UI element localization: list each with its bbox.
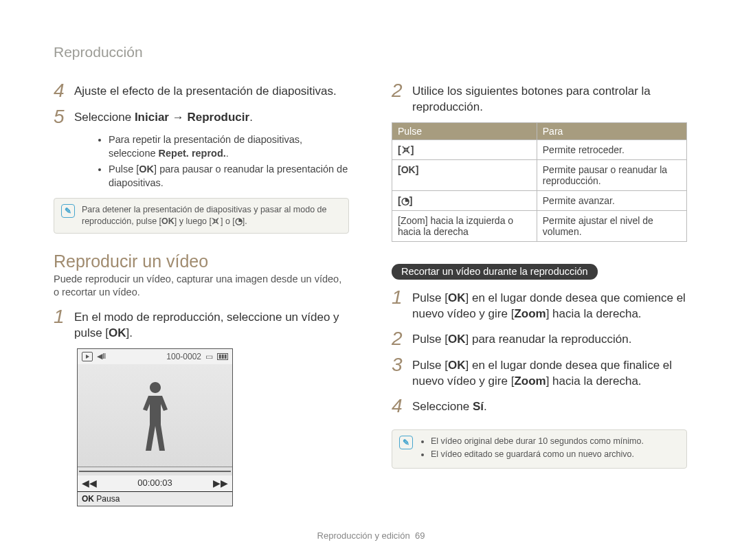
bullet: Para repetir la presentación de diaposit… (109, 133, 349, 160)
zoom-label: Zoom (514, 374, 546, 388)
menu-item-iniciar: Iniciar (135, 111, 169, 124)
cell-timer: [◔] (392, 190, 537, 210)
text: Pulse [ (412, 291, 448, 304)
table-row: [⯏] Permite retroceder. (392, 139, 687, 159)
cell-flash: [⯏] (392, 139, 537, 159)
camera-controls: ◀◀ 00:00:03 ▶▶ (78, 475, 232, 491)
text: ]. (243, 216, 247, 226)
ok-button-label: OK (109, 326, 126, 339)
step-number: 2 (392, 81, 404, 115)
ok-button-label: OK (139, 164, 154, 175)
person-silhouette-icon (135, 382, 176, 458)
text: ]. (126, 326, 133, 339)
file-counter: 100-0002 (166, 352, 201, 361)
text: ] y luego [ (175, 216, 212, 226)
menu-item-repet-reprod: Repet. reprod. (159, 148, 226, 159)
footer-text: Reproducción y edición (317, 530, 410, 541)
subsection-pill: Recortar un vídeo durante la reproducció… (392, 264, 598, 280)
text: Pulse [ (412, 359, 448, 372)
progress-bar (78, 467, 232, 475)
trim-step-4: 4 Seleccione Sí. (392, 396, 687, 416)
note-icon: ✎ (399, 436, 413, 449)
bullet: Pulse [OK] para pausar o reanudar la pre… (109, 163, 349, 190)
ok-button-label: OK (448, 333, 466, 346)
camera-screen-illustration: ◀Ⅱ 100-0002 ▭ ▮▮▮ ◀◀ 00:00:03 ▶▶ OK Paus… (77, 348, 233, 506)
step-number: 1 (54, 307, 66, 341)
right-column: 2 Utilice los siguientes botones para co… (392, 81, 687, 469)
cell-zoom: [Zoom] hacia la izquierda o hacia la der… (392, 210, 537, 241)
video-step-1: 1 En el modo de reproducción, seleccione… (54, 307, 349, 341)
text: . (249, 111, 253, 124)
text: Seleccione (412, 400, 473, 413)
text: ] o [ (221, 216, 235, 226)
trim-step-3: 3 Pulse [OK] en el lugar donde desea que… (392, 355, 687, 390)
note-text: El vídeo original debe durar 10 segundos… (420, 436, 644, 462)
play-mode-icon (82, 352, 93, 361)
table-header-row: Pulse Para (392, 122, 687, 139)
text: Pulse [ (109, 164, 139, 175)
pause-label: Pausa (96, 494, 120, 504)
note-icon: ✎ (61, 204, 75, 218)
col-para: Para (537, 122, 686, 139)
info-note: ✎ Para detener la presentación de diapos… (54, 198, 349, 234)
text: ] hacia la derecha. (546, 307, 642, 320)
step-text: Seleccione Iniciar → Reproducir. (74, 107, 253, 126)
table-row: [◔] Permite avanzar. (392, 190, 687, 210)
text: Seleccione (74, 111, 135, 124)
note-bullet: El vídeo editado se guardará como un nue… (431, 449, 644, 461)
left-column: 4 Ajuste el efecto de la presentación de… (54, 81, 349, 506)
col-pulse: Pulse (392, 122, 537, 139)
option-si: Sí (473, 400, 484, 413)
ok-button-label: OK (161, 216, 175, 226)
step-4: 4 Ajuste el efecto de la presentación de… (54, 81, 349, 100)
text: ] hacia la derecha. (546, 374, 642, 388)
note-text: Para detener la presentación de diaposit… (82, 204, 341, 227)
step-5: 5 Seleccione Iniciar → Reproducir. (54, 107, 349, 126)
camera-footer: OK Pausa (78, 491, 232, 506)
arrow: → (169, 111, 187, 124)
text: ] para reanudar la reproducción. (465, 333, 631, 346)
ok-button-label: OK (448, 359, 466, 372)
cell-desc: Permite retroceder. (537, 139, 686, 159)
zoom-label: Zoom (514, 307, 546, 320)
step-number: 1 (392, 288, 404, 322)
section-subtext: Puede reproducir un vídeo, capturar una … (54, 273, 349, 299)
step-2-right: 2 Utilice los siguientes botones para co… (392, 81, 687, 115)
table-row: [Zoom] hacia la izquierda o hacia la der… (392, 210, 687, 241)
step-text: Seleccione Sí. (412, 396, 487, 416)
step-text: Pulse [OK] en el lugar donde desea que c… (412, 288, 687, 322)
battery-icon: ▮▮▮ (217, 353, 228, 360)
step-text: Ajuste el efecto de la presentación de d… (74, 81, 337, 100)
table-row: [OK] Permite pausar o reanudar la reprod… (392, 159, 687, 190)
flash-icon: ⯏ (212, 216, 221, 226)
page-number: 69 (415, 530, 425, 541)
elapsed-time: 00:00:03 (137, 478, 172, 488)
text: . (226, 148, 229, 159)
step-number: 2 (392, 329, 404, 348)
step-text: Pulse [OK] para reanudar la reproducción… (412, 329, 631, 348)
step-text: En el modo de reproducción, seleccione u… (74, 307, 349, 341)
cell-desc: Permite ajustar el nivel de volumen. (537, 210, 686, 241)
text: . (484, 400, 487, 413)
ok-button-label: OK (448, 291, 466, 304)
info-note: ✎ El vídeo original debe durar 10 segund… (392, 429, 687, 469)
ok-label: OK (82, 494, 94, 504)
step-number: 4 (392, 396, 404, 416)
text: Pulse [ (412, 333, 448, 346)
rewind-icon: ◀◀ (82, 478, 97, 489)
cell-ok: [OK] (392, 159, 537, 190)
step-5-bullets: Para repetir la presentación de diaposit… (81, 133, 349, 190)
forward-icon: ▶▶ (213, 478, 228, 489)
cell-desc: Permite pausar o reanudar la reproducció… (537, 159, 686, 190)
step-number: 4 (54, 81, 66, 100)
step-number: 5 (54, 107, 66, 126)
cell-desc: Permite avanzar. (537, 190, 686, 210)
camera-top-bar: ◀Ⅱ 100-0002 ▭ ▮▮▮ (78, 349, 232, 364)
sound-icon: ◀Ⅱ (97, 352, 106, 361)
step-text: Utilice los siguientes botones para cont… (412, 81, 687, 115)
timer-icon: ◔ (235, 216, 243, 226)
trim-step-2: 2 Pulse [OK] para reanudar la reproducci… (392, 329, 687, 348)
camera-preview (78, 364, 232, 467)
section-heading: Reproducir un vídeo (54, 251, 349, 271)
note-bullet: El vídeo original debe durar 10 segundos… (431, 436, 644, 448)
